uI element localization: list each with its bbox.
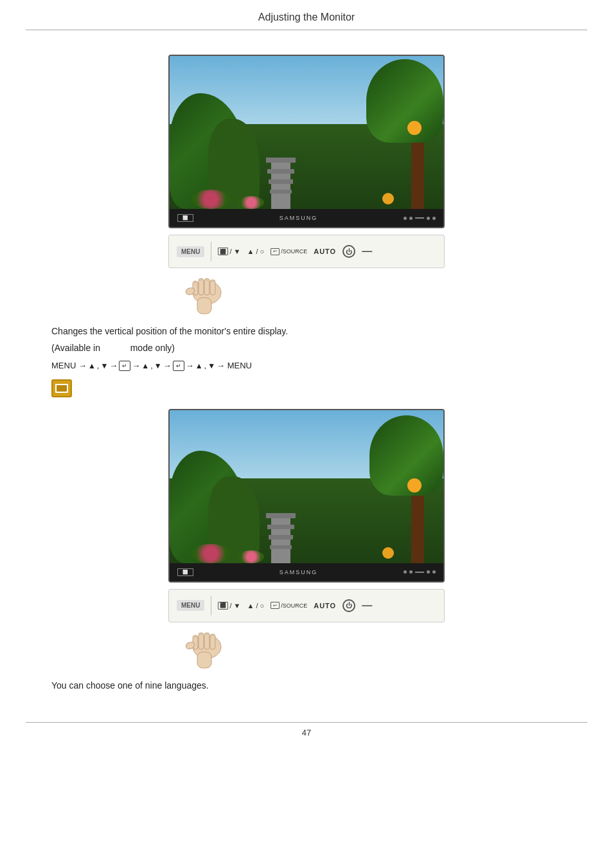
menu-label-2: MENU <box>177 600 204 611</box>
page-number: 47 <box>0 723 613 743</box>
samsung-brand-2: SAMSUNG <box>280 569 318 575</box>
monitor-image-1: ⬜ SAMSUNG <box>51 55 562 228</box>
svg-point-18 <box>193 635 197 638</box>
description-line-1: Changes the vertical position of the mon… <box>51 324 562 338</box>
svg-point-20 <box>205 633 209 635</box>
menu-instruction-1: MENU → ▲ , ▼ → ↵ → ▲ , ▼ → ↵ → ▲ , ▼ → M… <box>51 359 562 373</box>
ctrl-minus-2: — <box>362 600 372 611</box>
menu-label-1: MENU <box>177 246 204 257</box>
samsung-brand-1: SAMSUNG <box>280 215 318 221</box>
text-section-2: You can choose one of nine languages. <box>51 678 562 692</box>
ctrl-source-2: ↩ /SOURCE <box>271 602 307 609</box>
svg-point-7 <box>193 281 197 284</box>
monitor-image-2: ⬜ SAMSUNG <box>51 409 562 583</box>
svg-point-10 <box>211 280 215 282</box>
svg-point-21 <box>211 634 215 637</box>
description-section-2: You can choose one of nine languages. <box>51 678 562 692</box>
ctrl-source-1: ↩ /SOURCE <box>271 248 307 255</box>
text-section-1: Changes the vertical position of the mon… <box>51 324 562 373</box>
hand-cursor-1 <box>51 273 562 315</box>
ctrl-auto-2: AUTO <box>314 602 336 610</box>
page-header: Adjusting the Monitor <box>26 0 587 30</box>
svg-point-19 <box>199 633 203 635</box>
svg-point-9 <box>205 278 209 281</box>
ctrl-power-1: ⏻ <box>342 245 355 258</box>
control-bar-2: MENU ⬛ / ▼ ▲ / ○ ↩ /SOURCE AUTO ⏻ — <box>51 589 562 622</box>
svg-rect-6 <box>197 298 211 314</box>
page-title: Adjusting the Monitor <box>258 12 355 23</box>
ctrl-power-2: ⏻ <box>342 599 355 612</box>
svg-rect-17 <box>197 652 211 668</box>
ctrl-minus-1: — <box>362 246 372 257</box>
ctrl-updown-1: ▲ / ○ <box>247 248 264 255</box>
ctrl-auto-1: AUTO <box>314 248 336 255</box>
control-bar-1: MENU ⬛ / ▼ ▲ / ○ ↩ /SOURCE AUTO ⏻ — <box>51 235 562 268</box>
section-icon <box>51 379 72 397</box>
hand-cursor-2 <box>51 628 562 669</box>
svg-point-8 <box>199 278 203 281</box>
ctrl-updown-2: ▲ / ○ <box>247 602 264 610</box>
ctrl-box-arrow-1: ⬛ / ▼ <box>218 248 240 255</box>
ctrl-box-arrow-2: ⬛ / ▼ <box>218 602 240 610</box>
description-line-2: (Available in mode only) <box>51 341 562 355</box>
